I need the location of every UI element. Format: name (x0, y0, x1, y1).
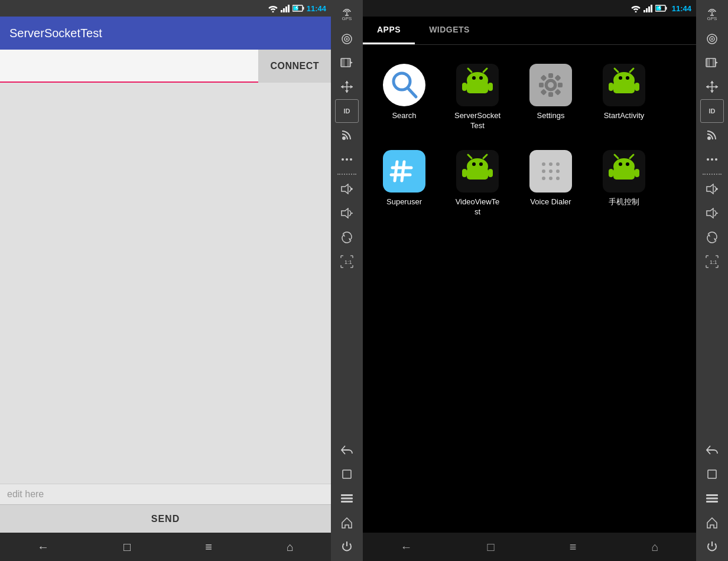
svg-rect-3 (285, 6, 287, 12)
recents-nav-icon[interactable]: □ (124, 540, 131, 554)
pan-icon (340, 80, 353, 93)
serversockettest-app-icon (456, 64, 499, 106)
tab-widgets[interactable]: WIDGETS (415, 17, 484, 44)
tabs-bar: APPS WIDGETS (363, 17, 696, 45)
rss-button[interactable] (335, 123, 359, 147)
right-id-button[interactable]: ID (700, 99, 724, 123)
right-power-button[interactable] (700, 535, 724, 559)
app-startactivity[interactable]: StartActivity (587, 54, 661, 141)
pan-button[interactable] (335, 75, 359, 99)
svg-rect-78 (558, 83, 563, 87)
right-menu-nav[interactable]: ≡ (570, 540, 577, 554)
power-button[interactable] (335, 535, 359, 559)
svg-rect-128 (635, 169, 639, 177)
search-app-icon (383, 64, 425, 106)
rotate-button[interactable] (335, 226, 359, 249)
svg-marker-21 (345, 81, 349, 83)
zoom-button[interactable]: 1:1 (335, 250, 359, 273)
edit-hint-text: edit here (7, 489, 44, 499)
app-settings[interactable]: Settings (514, 54, 587, 141)
right-back-button[interactable] (700, 438, 724, 462)
home-nav-icon[interactable]: ⌂ (287, 540, 294, 554)
app-search[interactable]: Search (368, 54, 441, 141)
id-button[interactable]: ID (335, 99, 359, 123)
svg-rect-90 (609, 83, 613, 91)
right-divider-1 (703, 174, 722, 175)
zoom-icon: 1:1 (340, 255, 353, 268)
right-back-nav[interactable]: ← (401, 540, 412, 554)
right-vol-down-button[interactable] (700, 201, 724, 225)
serversockettest-app-label: ServerSocketTest (454, 111, 500, 131)
right-video-button[interactable] (700, 51, 724, 74)
svg-point-65 (479, 76, 483, 80)
home-button[interactable] (335, 511, 359, 534)
right-menu-button[interactable] (700, 487, 724, 510)
app-voicedialer[interactable]: Voice Dialer (514, 141, 587, 227)
home-icon (341, 517, 353, 529)
svg-rect-122 (613, 168, 635, 180)
svg-point-116 (556, 169, 560, 173)
app-videoviewtest[interactable]: VideoViewTest (441, 141, 514, 227)
superuser-app-icon (383, 150, 425, 193)
id-label: ID (344, 107, 350, 115)
svg-point-114 (542, 169, 545, 173)
right-rotate-button[interactable] (700, 226, 724, 249)
svg-rect-45 (341, 494, 353, 496)
app-serversockettest[interactable]: ServerSocketTest (441, 54, 514, 141)
right-home-nav[interactable]: ⌂ (651, 540, 658, 554)
more-button[interactable] (335, 148, 359, 171)
menu-button[interactable] (335, 487, 359, 510)
right-more-button[interactable] (700, 148, 724, 171)
send-button[interactable]: SEND (151, 514, 180, 524)
right-rss-button[interactable] (700, 123, 724, 147)
server-input[interactable] (0, 50, 258, 83)
svg-point-124 (626, 162, 629, 166)
svg-rect-108 (473, 172, 476, 180)
right-pan-button[interactable] (700, 75, 724, 99)
svg-point-135 (711, 38, 713, 40)
right-pan-icon (706, 80, 719, 93)
app-phone-control[interactable]: 手机控制 (587, 141, 661, 227)
right-home-button[interactable] (700, 511, 724, 534)
vol-down-button[interactable] (335, 201, 359, 225)
recents-icon (342, 469, 352, 480)
search-app-label: Search (392, 111, 416, 121)
right-recents-nav[interactable]: □ (488, 540, 495, 554)
svg-point-118 (549, 177, 552, 180)
camera-button[interactable] (335, 27, 359, 50)
vol-up-button[interactable] (335, 177, 359, 201)
svg-point-64 (472, 76, 476, 80)
tab-apps[interactable]: APPS (363, 17, 415, 44)
right-vol-up-icon (706, 184, 719, 194)
back-nav-icon[interactable]: ← (37, 540, 49, 554)
video-button[interactable] (335, 51, 359, 74)
settings-app-label: Settings (537, 111, 565, 121)
svg-marker-28 (342, 184, 348, 194)
svg-rect-107 (488, 169, 493, 177)
svg-rect-50 (644, 10, 645, 12)
svg-rect-109 (479, 172, 482, 180)
svg-text:1:1: 1:1 (344, 259, 352, 265)
right-id-label: ID (709, 107, 716, 115)
right-vol-up-button[interactable] (700, 177, 724, 201)
svg-marker-154 (707, 208, 713, 218)
right-power-icon (707, 541, 717, 553)
right-zoom-button[interactable]: 1:1 (700, 250, 724, 273)
battery-icon (292, 4, 304, 12)
right-home-icon (706, 517, 718, 529)
svg-marker-24 (350, 85, 353, 89)
svg-rect-101 (467, 168, 488, 180)
back-button[interactable] (335, 438, 359, 462)
recents-button[interactable] (335, 462, 359, 486)
gps-button[interactable]: GPS (335, 2, 359, 26)
rss-icon (340, 129, 353, 142)
power-icon (342, 541, 352, 553)
right-recents-button[interactable] (700, 462, 724, 486)
svg-marker-141 (716, 61, 718, 64)
svg-rect-130 (625, 172, 629, 180)
right-camera-button[interactable] (700, 27, 724, 50)
right-gps-button[interactable]: GPS (700, 2, 724, 26)
connect-button[interactable]: CONNECT (258, 50, 331, 83)
menu-nav-icon[interactable]: ≡ (205, 540, 212, 554)
app-superuser[interactable]: Superuser (368, 141, 441, 227)
